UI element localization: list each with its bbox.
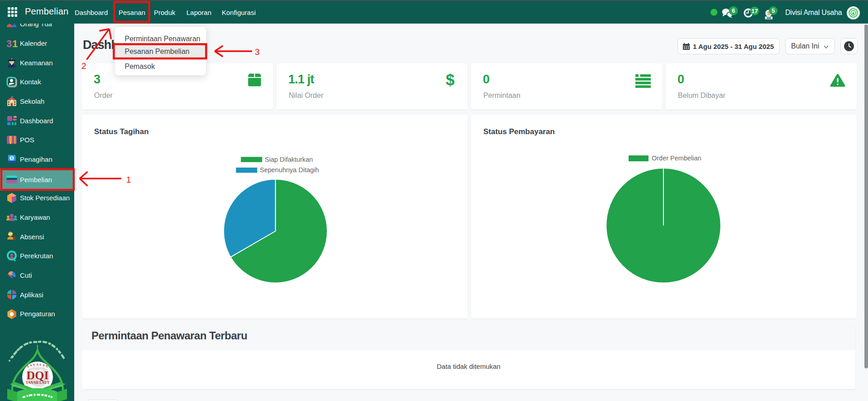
svg-text:1: 1 (12, 38, 18, 49)
svg-text:Order Pembelian: Order Pembelian (652, 155, 701, 162)
svg-text:3: 3 (6, 38, 12, 49)
svg-text:Status Tagihan: Status Tagihan (94, 127, 149, 136)
svg-text:$: $ (10, 156, 13, 160)
svg-text:Siap Difakturkan: Siap Difakturkan (265, 156, 313, 163)
svg-text:17: 17 (751, 8, 758, 14)
svg-text:DQI: DQI (26, 369, 48, 382)
svg-text:5: 5 (772, 7, 775, 14)
svg-text:TANAH LAUT: TANAH LAUT (26, 381, 50, 385)
svg-text:6: 6 (732, 7, 735, 14)
svg-text:Status Pembayaran: Status Pembayaran (483, 127, 555, 136)
svg-text:Sepenuhnya Ditagih: Sepenuhnya Ditagih (260, 166, 319, 174)
